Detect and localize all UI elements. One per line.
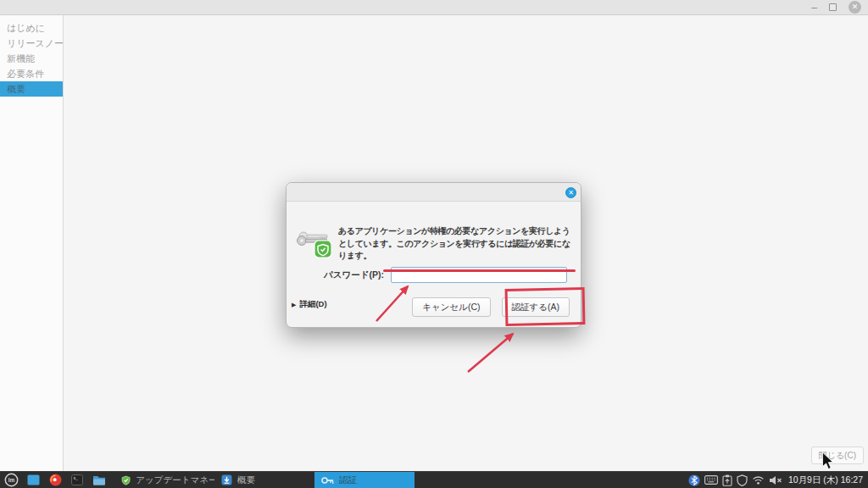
window-titlebar[interactable]: – ✕ [0,0,868,15]
password-label: パスワード(P): [293,269,384,281]
sidebar-item-new-features[interactable]: 新機能 [0,51,63,66]
auth-dialog-message: あるアプリケーションが特権の必要なアクションを実行しようとしています。このアクシ… [338,225,576,263]
task-label: 認証 [339,474,357,486]
task-authentication[interactable]: 認証 [314,472,415,488]
cancel-button[interactable]: キャンセル(C) [412,297,490,317]
svg-text:lm: lm [8,477,14,483]
browser-icon[interactable] [47,472,64,488]
bluetooth-icon[interactable] [688,474,700,486]
task-overview[interactable]: 概要 [214,472,314,488]
window-close-icon[interactable]: ✕ [849,1,861,14]
desktop-screen: – ✕ はじめに リリースノート 新機能 必要条件 概要 閉じる(C) ✕ [0,0,868,488]
installer-download-icon [221,474,232,485]
key-icon [321,475,334,485]
task-label: アップデートマネージ... [136,474,214,486]
sidebar-item-hajimeni[interactable]: はじめに [0,20,63,36]
mint-menu-icon[interactable]: lm [3,472,19,488]
task-update-manager[interactable]: アップデートマネージ... [114,472,214,488]
clock[interactable]: 10月9日 (木) 16:27 [788,474,863,486]
details-expander[interactable]: ▶ 詳細(D) [292,299,327,310]
sidebar-item-requirements[interactable]: 必要条件 [0,66,63,81]
file-manager-icon[interactable] [91,472,108,488]
window-controls: – ✕ [811,1,861,14]
sidebar-item-overview[interactable]: 概要 [0,81,63,97]
keyboard-layout-icon[interactable] [704,475,718,485]
clipboard-icon[interactable] [722,474,732,486]
system-tray [688,474,782,486]
auth-dialog-titlebar[interactable]: ✕ [287,183,581,202]
mouse-cursor [821,452,835,470]
minimize-icon[interactable]: – [811,3,817,12]
sidebar-item-release-notes[interactable]: リリースノート [0,36,63,51]
update-manager-shield-icon [121,474,131,486]
volume-muted-icon[interactable] [769,475,782,485]
maximize-icon[interactable] [829,3,837,11]
task-list: アップデートマネージ... 概要 認証 [114,472,415,488]
show-desktop-icon[interactable] [25,472,42,488]
close-window-button[interactable]: 閉じる(C) [811,446,864,464]
svg-text:s_: s_ [73,476,78,480]
taskbar: lm s_ [0,471,868,488]
sidebar: はじめに リリースノート 新機能 必要条件 概要 [0,15,64,471]
wifi-icon[interactable] [752,475,765,485]
expander-arrow-icon: ▶ [292,302,296,308]
auth-dialog-close-icon[interactable]: ✕ [565,187,576,198]
annotation-underline [383,269,576,272]
annotation-highlight-box [505,287,586,326]
shield-icon[interactable] [737,474,748,486]
authentication-keys-icon [296,230,331,258]
task-label: 概要 [237,474,255,486]
terminal-icon[interactable]: s_ [69,472,86,488]
details-label: 詳細(D) [299,299,326,310]
